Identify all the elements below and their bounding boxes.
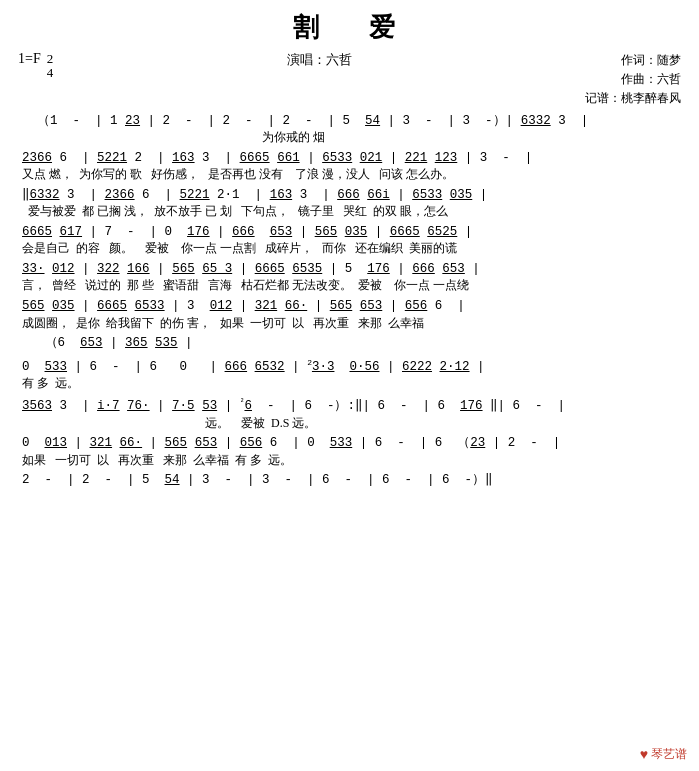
notes-11: 2 - | 2 - | 5 54 | 3 - | 3 - | 6 - | 6 -… bbox=[22, 472, 677, 490]
notes-7: （6 653 | 365 535 | bbox=[22, 335, 677, 353]
watermark: ♥ 琴艺谱 bbox=[640, 746, 687, 763]
score-row-3: ‖6332 3 | 2366 6 | 5221 2·1 | 163 3 | 66… bbox=[22, 187, 677, 220]
score-row-2: 2366 6 | 5221 2 | 163 3 | 6665 661 | 653… bbox=[22, 150, 677, 183]
page-title: 割 爱 bbox=[18, 10, 681, 45]
notes-5: 33· 012 | 322 166 | 565 65 3 | 6665 6535… bbox=[22, 261, 677, 279]
lyrics-2: 又点 燃， 为你写的 歌 好伤感， 是否再也 没有 了浪 漫，没人 问该 怎么办… bbox=[22, 167, 677, 183]
lyrics-10: 如果 一切可 以 再次重 来那 么幸福 有 多 远。 bbox=[22, 453, 677, 469]
lyricist: 作词：随梦 bbox=[585, 51, 681, 70]
singer-info: 演唱：六哲 bbox=[287, 51, 352, 69]
score-row-5: 33· 012 | 322 166 | 565 65 3 | 6665 6535… bbox=[22, 261, 677, 294]
composer: 作曲：六哲 bbox=[585, 70, 681, 89]
score-row-9: 3563 3 | i·7 76· | 7·5 53 | ²6 - | 6 -）:… bbox=[22, 396, 677, 431]
score-row-6: 565 035 | 6665 6533 | 3 012 | 321 66· | … bbox=[22, 298, 677, 331]
score-row-11: 2 - | 2 - | 5 54 | 3 - | 3 - | 6 - | 6 -… bbox=[22, 472, 677, 490]
score-row-7: （6 653 | 365 535 | bbox=[22, 335, 677, 353]
score-row-8: 0 533 | 6 - | 6 0 | 666 6532 | 23·3 0·56… bbox=[22, 357, 677, 392]
score-row-1: （1 - | 1 23 | 2 - | 2 - | 2 - | 5 54 | 3… bbox=[22, 113, 677, 146]
score-area: （1 - | 1 23 | 2 - | 2 - | 2 - | 5 54 | 3… bbox=[18, 113, 681, 490]
page: 割 爱 1=F 2 4 演唱：六哲 作词：随梦 作曲：六哲 记谱：桃李醉春风 （… bbox=[0, 0, 699, 771]
watermark-text: 琴艺谱 bbox=[651, 746, 687, 763]
lyrics-9: 远。 爱被 D.S 远。 bbox=[22, 416, 677, 432]
notes-4: 6665 617 | 7 - | 0 176 | 666 653 | 565 0… bbox=[22, 224, 677, 242]
lyrics-6: 成圆圈， 是你 给我留下 的伤 害， 如果 一切可 以 再次重 来那 么幸福 bbox=[22, 316, 677, 332]
key-signature: 1=F bbox=[18, 51, 41, 67]
lyrics-8: 有 多 远。 bbox=[22, 376, 677, 392]
lyrics-1: 为你戒的 烟 bbox=[22, 130, 677, 146]
notator: 记谱：桃李醉春风 bbox=[585, 89, 681, 108]
notes-6: 565 035 | 6665 6533 | 3 012 | 321 66· | … bbox=[22, 298, 677, 316]
heart-icon: ♥ bbox=[640, 747, 648, 763]
notes-10: 0 013 | 321 66· | 565 653 | 656 6 | 0 53… bbox=[22, 435, 677, 453]
notes-8: 0 533 | 6 - | 6 0 | 666 6532 | 23·3 0·56… bbox=[22, 357, 677, 377]
score-row-10: 0 013 | 321 66· | 565 653 | 656 6 | 0 53… bbox=[22, 435, 677, 468]
notes-2: 2366 6 | 5221 2 | 163 3 | 6665 661 | 653… bbox=[22, 150, 677, 168]
lyrics-5: 言， 曾经 说过的 那 些 蜜语甜 言海 枯石烂都 无法改变。 爱被 你一点 一… bbox=[22, 278, 677, 294]
lyrics-3: 爱与被爱 都 已搁 浅， 放不放手 已 划 下句点， 镜子里 哭红 的双 眼，怎… bbox=[22, 204, 677, 220]
meta-left: 1=F 2 4 bbox=[18, 51, 53, 81]
score-row-4: 6665 617 | 7 - | 0 176 | 666 653 | 565 0… bbox=[22, 224, 677, 257]
notes-3: ‖6332 3 | 2366 6 | 5221 2·1 | 163 3 | 66… bbox=[22, 187, 677, 205]
lyrics-4: 会是自己 的容 颜。 爱被 你一点 一点割 成碎片， 而你 还在编织 美丽的谎 bbox=[22, 241, 677, 257]
credits: 作词：随梦 作曲：六哲 记谱：桃李醉春风 bbox=[585, 51, 681, 109]
time-signature: 2 4 bbox=[47, 52, 54, 81]
notes-1: （1 - | 1 23 | 2 - | 2 - | 2 - | 5 54 | 3… bbox=[22, 113, 677, 131]
meta-row: 1=F 2 4 演唱：六哲 作词：随梦 作曲：六哲 记谱：桃李醉春风 bbox=[18, 51, 681, 109]
notes-9: 3563 3 | i·7 76· | 7·5 53 | ²6 - | 6 -）:… bbox=[22, 396, 677, 416]
